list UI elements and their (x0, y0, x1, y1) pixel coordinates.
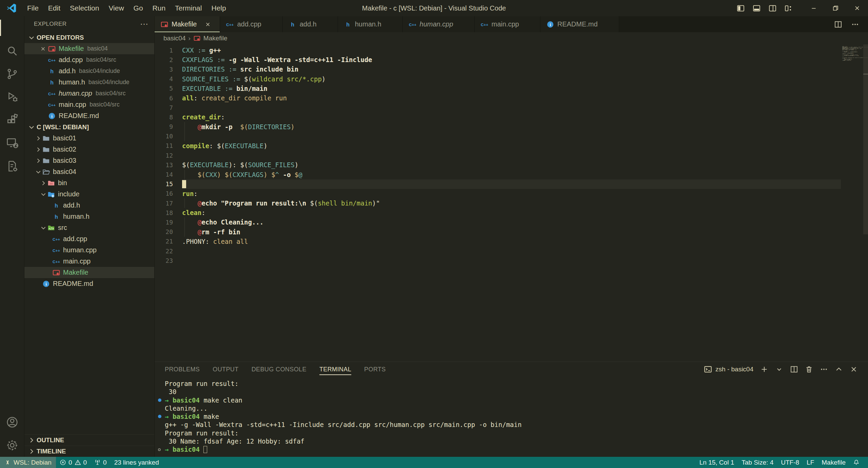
tree-item[interactable]: C++add.cpp (24, 233, 154, 245)
tab-makefile[interactable]: Makefile (155, 16, 220, 32)
activity-makefile-tools-icon[interactable] (0, 155, 24, 178)
new-terminal-icon[interactable] (760, 365, 768, 373)
tree-item[interactable]: Makefile (24, 267, 154, 278)
tree-item[interactable]: C++main.cpp (24, 256, 154, 267)
explorer-more-actions-icon[interactable]: ⋯ (140, 19, 149, 29)
code-line[interactable]: 23 (155, 256, 841, 265)
workspace-root[interactable]: C [WSL: DEBIAN] (24, 121, 154, 133)
open-editors-header[interactable]: OPEN EDITORS (24, 32, 154, 43)
remote-indicator[interactable]: WSL: Debian (0, 457, 56, 468)
terminal-instance[interactable]: zsh - basic04 (704, 365, 753, 373)
tree-item[interactable]: </>src (24, 222, 154, 233)
code-line[interactable]: 17 @echo "Program run result:\n $(shell … (155, 198, 841, 208)
activity-settings-gear-icon[interactable] (0, 434, 24, 457)
maximize-panel-icon[interactable] (835, 365, 843, 373)
tab-human-cpp[interactable]: C++human.cpp (403, 16, 475, 32)
code-line[interactable]: 6all: create_dir compile run (155, 93, 841, 103)
toggle-secondary-sidebar-icon[interactable] (768, 4, 777, 13)
terminal-output[interactable]: Program run result: 30→ basic04 make cle… (155, 377, 868, 457)
code-line[interactable]: 20 @rm -rf bin (155, 227, 841, 237)
restore-button[interactable] (825, 0, 846, 16)
menu-item-help[interactable]: Help (206, 2, 231, 14)
activity-source-control-icon[interactable] (0, 62, 24, 85)
code-line[interactable]: 2CXXFLAGS := -g -Wall -Wextra -std=c++11… (155, 55, 841, 64)
tree-item[interactable]: include (24, 189, 154, 200)
menu-item-file[interactable]: File (22, 2, 43, 14)
code-line[interactable]: 16run: (155, 189, 841, 198)
tree-item[interactable]: hadd.h (24, 200, 154, 211)
code-line[interactable]: 19 @echo Cleaning... (155, 217, 841, 227)
more-actions-icon[interactable] (851, 20, 859, 28)
open-editor-item[interactable]: C++add.cppbasic04/src (24, 54, 154, 65)
tab-human-h[interactable]: hhuman.h (338, 16, 403, 32)
status-ln-15-col-1[interactable]: Ln 15, Col 1 (696, 457, 738, 468)
command-decoration-icon[interactable] (158, 415, 161, 418)
code-line[interactable]: 8create_dir: (155, 112, 841, 122)
outline-section[interactable]: OUTLINE (24, 434, 154, 446)
code-line[interactable]: 10 (155, 132, 841, 141)
activity-run-debug-icon[interactable] (0, 85, 24, 109)
timeline-section[interactable]: TIMELINE (24, 446, 154, 457)
breadcrumb-file[interactable]: Makefile (203, 35, 228, 42)
kill-terminal-icon[interactable] (805, 365, 813, 373)
panel-tab-debug-console[interactable]: DEBUG CONSOLE (252, 362, 307, 377)
status-makefile[interactable]: Makefile (818, 457, 849, 468)
command-decoration-icon[interactable] (158, 398, 161, 402)
code-line[interactable]: 18clean: (155, 208, 841, 217)
tree-item[interactable]: C++human.cpp (24, 245, 154, 256)
tab-readme-md[interactable]: iREADME.md (540, 16, 619, 32)
activity-extensions-icon[interactable] (0, 109, 24, 132)
tree-item[interactable]: hhuman.h (24, 211, 154, 222)
open-editor-item[interactable]: C++human.cppbasic04/src (24, 88, 154, 99)
editor-scrollbar[interactable] (863, 44, 868, 234)
menu-item-edit[interactable]: Edit (43, 2, 65, 14)
status-tab-size-4[interactable]: Tab Size: 4 (738, 457, 777, 468)
menu-item-run[interactable]: Run (148, 2, 171, 14)
open-editor-item[interactable]: C++main.cppbasic04/src (24, 99, 154, 110)
code-line[interactable]: 3DIRECTORIES := src include bin (155, 64, 841, 74)
code-line[interactable]: 14 $(CXX) $(CXXFLAGS) $^ -o $@ (155, 170, 841, 179)
code-line[interactable]: 22 (155, 246, 841, 256)
toggle-sidebar-icon[interactable] (736, 4, 745, 13)
close-panel-icon[interactable] (850, 365, 858, 373)
split-terminal-icon[interactable] (790, 365, 798, 373)
menu-item-selection[interactable]: Selection (65, 2, 104, 14)
activity-explorer-icon[interactable] (0, 16, 24, 39)
tab-add-cpp[interactable]: C++add.cpp (220, 16, 282, 32)
panel-tab-ports[interactable]: PORTS (364, 362, 386, 377)
status-utf-8[interactable]: UTF-8 (777, 457, 803, 468)
tab-main-cpp[interactable]: C++main.cpp (475, 16, 540, 32)
code-line[interactable]: 11compile: $(EXECUTABLE) (155, 141, 841, 151)
status-lf[interactable]: LF (803, 457, 818, 468)
code-editor[interactable]: 1CXX := g++2CXXFLAGS := -g -Wall -Wextra… (155, 44, 868, 362)
tree-item[interactable]: basic03 (24, 155, 154, 166)
code-line[interactable]: 15 (155, 179, 841, 189)
tree-item[interactable]: basic02 (24, 144, 154, 155)
minimap[interactable]: CXX := g++ CXXFLAGS := -g -Wall -Wextra … (842, 46, 862, 62)
tree-item[interactable]: bin (24, 177, 154, 189)
command-decoration-icon[interactable] (158, 448, 161, 451)
ports-status[interactable]: 0 (91, 457, 111, 468)
tree-item[interactable]: basic04 (24, 166, 154, 177)
panel-tab-terminal[interactable]: TERMINAL (319, 362, 351, 377)
terminal-dropdown-icon[interactable] (775, 365, 783, 373)
menu-item-view[interactable]: View (104, 2, 129, 14)
activity-remote-explorer-icon[interactable] (0, 132, 24, 155)
toggle-panel-icon[interactable] (752, 4, 761, 13)
more-actions-icon[interactable] (820, 365, 828, 373)
tab-add-h[interactable]: hadd.h (283, 16, 338, 32)
open-editor-item[interactable]: iREADME.md (24, 110, 154, 121)
customize-layout-icon[interactable] (784, 4, 793, 13)
activity-account-icon[interactable] (0, 411, 24, 434)
code-line[interactable]: 12 (155, 151, 841, 160)
code-line[interactable]: 9 @mkdir -p $(DIRECTORIES) (155, 122, 841, 132)
close-button[interactable] (846, 0, 868, 16)
code-line[interactable]: 13$(EXECUTABLE): $(SOURCE_FILES) (155, 160, 841, 170)
code-line[interactable]: 7 (155, 103, 841, 112)
open-editor-item[interactable]: hhuman.hbasic04/include (24, 77, 154, 88)
menu-item-go[interactable]: Go (129, 2, 148, 14)
open-editor-item[interactable]: hadd.hbasic04/include (24, 65, 154, 77)
breadcrumb-folder[interactable]: basic04 (163, 35, 186, 42)
problems-status[interactable]: 0 0 (56, 457, 91, 468)
code-line[interactable]: 5EXECUTABLE := bin/main (155, 84, 841, 93)
